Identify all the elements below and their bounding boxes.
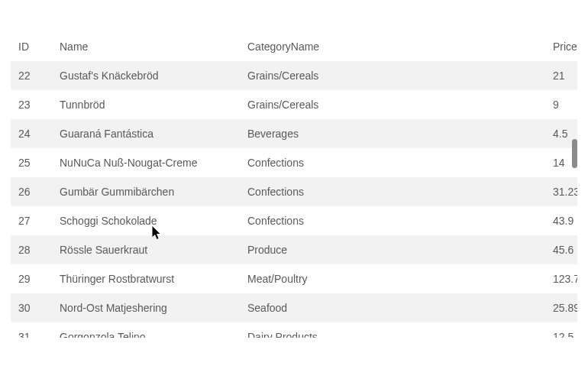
- cell-category: Dairy Products: [240, 322, 545, 338]
- data-table-wrapper: ID Name CategoryName Price 22Gustaf's Kn…: [11, 32, 577, 338]
- cell-category: Seafood: [240, 293, 545, 322]
- cell-id: 30: [11, 293, 52, 322]
- table-row[interactable]: 31Gorgonzola TelinoDairy Products12.5: [11, 322, 577, 338]
- table-row[interactable]: 26Gumbär GummibärchenConfections31.23: [11, 177, 577, 206]
- cell-category: Produce: [240, 235, 545, 264]
- cell-name: Gustaf's Knäckebröd: [52, 61, 240, 90]
- cell-name: Gumbär Gummibärchen: [52, 177, 240, 206]
- cell-category: Meat/Poultry: [240, 264, 545, 293]
- products-table: ID Name CategoryName Price 22Gustaf's Kn…: [11, 32, 577, 338]
- table-row[interactable]: 25NuNuCa Nuß-Nougat-CremeConfections14: [11, 148, 577, 177]
- cell-id: 26: [11, 177, 52, 206]
- cell-id: 23: [11, 90, 52, 119]
- table-row[interactable]: 23TunnbrödGrains/Cereals9: [11, 90, 577, 119]
- cell-id: 22: [11, 61, 52, 90]
- column-header-id[interactable]: ID: [11, 32, 52, 61]
- cell-name: NuNuCa Nuß-Nougat-Creme: [52, 148, 240, 177]
- cell-id: 24: [11, 119, 52, 148]
- cell-id: 28: [11, 235, 52, 264]
- vertical-scrollbar-thumb[interactable]: [572, 139, 577, 168]
- table-header-row: ID Name CategoryName Price: [11, 32, 577, 61]
- cell-name: Rössle Sauerkraut: [52, 235, 240, 264]
- table-row[interactable]: 24Guaraná FantásticaBeverages4.5: [11, 119, 577, 148]
- table-row[interactable]: 29Thüringer RostbratwurstMeat/Poultry123…: [11, 264, 577, 293]
- cell-name: Gorgonzola Telino: [52, 322, 240, 338]
- cell-name: Tunnbröd: [52, 90, 240, 119]
- cell-category: Beverages: [240, 119, 545, 148]
- cell-category: Confections: [240, 206, 545, 235]
- cell-id: 29: [11, 264, 52, 293]
- column-header-category[interactable]: CategoryName: [240, 32, 545, 61]
- cell-id: 25: [11, 148, 52, 177]
- cell-category: Grains/Cereals: [240, 61, 545, 90]
- cell-category: Confections: [240, 148, 545, 177]
- column-header-name[interactable]: Name: [52, 32, 240, 61]
- cell-category: Confections: [240, 177, 545, 206]
- cell-name: Schoggi Schokolade: [52, 206, 240, 235]
- cell-id: 27: [11, 206, 52, 235]
- cell-name: Nord-Ost Matjeshering: [52, 293, 240, 322]
- table-row[interactable]: 30Nord-Ost MatjesheringSeafood25.89: [11, 293, 577, 322]
- cell-id: 31: [11, 322, 52, 338]
- cell-name: Guaraná Fantástica: [52, 119, 240, 148]
- cell-category: Grains/Cereals: [240, 90, 545, 119]
- cell-name: Thüringer Rostbratwurst: [52, 264, 240, 293]
- table-row[interactable]: 22Gustaf's KnäckebrödGrains/Cereals21: [11, 61, 577, 90]
- table-row[interactable]: 27Schoggi SchokoladeConfections43.9: [11, 206, 577, 235]
- vertical-scrollbar-track[interactable]: [572, 32, 577, 338]
- table-row[interactable]: 28Rössle SauerkrautProduce45.6: [11, 235, 577, 264]
